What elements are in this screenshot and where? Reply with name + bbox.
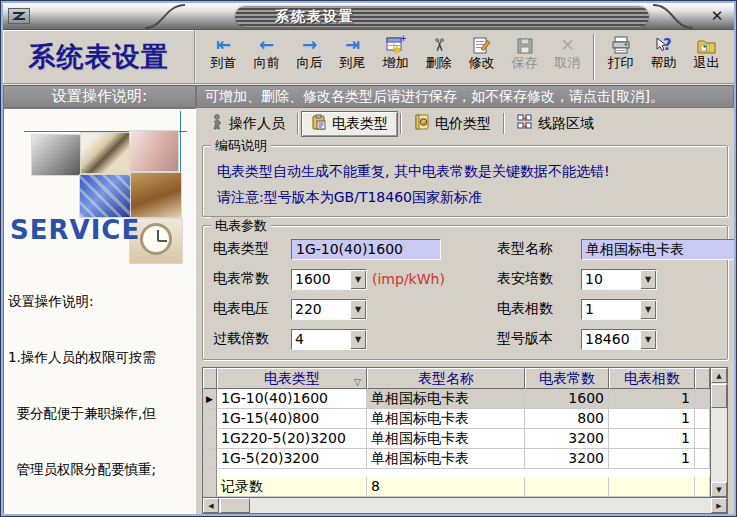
cell-constant[interactable]: 1600 bbox=[525, 389, 609, 409]
cell-constant[interactable]: 800 bbox=[525, 409, 609, 429]
scrollbar-thumb[interactable] bbox=[220, 498, 250, 513]
toolbar-button-label: 退出 bbox=[694, 55, 720, 70]
tab-label: 线路区域 bbox=[538, 115, 594, 133]
cell-meter-type[interactable]: 1G220-5(20)3200 bbox=[217, 429, 367, 449]
footer-filler bbox=[609, 477, 695, 497]
phase-select[interactable]: 1 ▼ bbox=[581, 299, 657, 320]
cell-filler bbox=[695, 449, 710, 469]
scroll-left-icon[interactable]: ◀ bbox=[203, 498, 219, 513]
toolbar-button-exit[interactable]: ↰ 退出 bbox=[685, 32, 728, 81]
horizontal-scrollbar[interactable]: ◀ ▶ bbox=[202, 498, 728, 514]
chevron-down-icon[interactable]: ▼ bbox=[640, 270, 656, 289]
meter-type-field[interactable]: 1G-10(40)1600 bbox=[291, 239, 441, 260]
scroll-up-icon[interactable]: ▲ bbox=[711, 368, 727, 383]
vertical-scrollbar[interactable]: ▲ ▼ bbox=[711, 367, 728, 498]
toolbar: ⇤ 到首 ← 向前 → 向后 ⇥ 到尾 bbox=[196, 30, 734, 83]
tab-label: 电表类型 bbox=[332, 115, 388, 133]
tab-price-type[interactable]: 电价类型 bbox=[405, 112, 500, 136]
price-book-icon bbox=[414, 114, 430, 133]
app-logo-icon bbox=[8, 8, 30, 24]
field-label: 表型名称 bbox=[497, 240, 581, 258]
toolbar-button-label: 帮助 bbox=[651, 55, 677, 70]
scroll-down-icon[interactable]: ▼ bbox=[711, 482, 727, 497]
column-header[interactable]: 电表常数 bbox=[525, 368, 609, 389]
toolbar-button-add[interactable]: + ✱ 增加 bbox=[374, 32, 417, 81]
footer-filler bbox=[525, 477, 609, 497]
table-row[interactable]: 1G-5(20)3200 单相国标电卡表 3200 1 bbox=[203, 449, 710, 469]
cell-phase[interactable]: 1 bbox=[609, 389, 695, 409]
table-row[interactable]: 1G-15(40)800 单相国标电卡表 800 1 bbox=[203, 409, 710, 429]
column-header[interactable]: 表型名称 bbox=[367, 368, 525, 389]
toolbar-button-delete[interactable]: ✂ 删除 bbox=[417, 32, 460, 81]
cell-constant[interactable]: 3200 bbox=[525, 449, 609, 469]
cell-model-name[interactable]: 单相国标电卡表 bbox=[367, 389, 525, 409]
toolbar-button-next[interactable]: → 向后 bbox=[288, 32, 331, 81]
cell-constant[interactable]: 3200 bbox=[525, 429, 609, 449]
go-next-icon: → bbox=[302, 35, 317, 55]
row-indicator bbox=[203, 429, 217, 449]
groupbox-title: 电表参数 bbox=[211, 217, 271, 235]
voltage-select[interactable]: 220 ▼ bbox=[291, 299, 367, 320]
coding-groupbox: 编码说明 电表类型自动生成不能重复, 其中电表常数是关键数据不能选错! 请注意:… bbox=[202, 145, 728, 217]
titlebar[interactable]: 系统表设置 ✕ bbox=[3, 3, 734, 30]
cell-model-name[interactable]: 单相国标电卡表 bbox=[367, 409, 525, 429]
ampere-select[interactable]: 10 ▼ bbox=[581, 269, 657, 290]
meter-constant-select[interactable]: 1600 ▼ bbox=[291, 269, 367, 290]
chevron-down-icon[interactable]: ▼ bbox=[350, 300, 366, 319]
table-row[interactable]: ▶ 1G-10(40)1600 单相国标电卡表 1600 1 bbox=[203, 389, 710, 409]
field-label: 电表电压 bbox=[213, 300, 291, 318]
toolbar-button-label: 到首 bbox=[211, 55, 237, 70]
chevron-down-icon[interactable]: ▼ bbox=[350, 330, 366, 349]
column-header[interactable]: 电表类型 ▽ bbox=[217, 368, 367, 389]
person-icon bbox=[209, 114, 224, 133]
footer-filler bbox=[695, 477, 710, 497]
overload-select[interactable]: 4 ▼ bbox=[291, 329, 367, 350]
table-row[interactable]: 1G220-5(20)3200 单相国标电卡表 3200 1 bbox=[203, 429, 710, 449]
cell-model-name[interactable]: 单相国标电卡表 bbox=[367, 449, 525, 469]
chevron-down-icon[interactable]: ▼ bbox=[640, 300, 656, 319]
instruction-line: 管理员权限分配要慎重; bbox=[8, 460, 195, 479]
svg-text:+: + bbox=[400, 35, 406, 43]
app-title-panel: 系统表设置 bbox=[3, 30, 196, 83]
titlebar-curve-left-icon bbox=[143, 3, 187, 30]
service-text: SERVICE bbox=[10, 215, 140, 245]
cell-meter-type[interactable]: 1G-10(40)1600 bbox=[217, 389, 367, 409]
cell-model-name[interactable]: 单相国标电卡表 bbox=[367, 429, 525, 449]
cell-meter-type[interactable]: 1G-15(40)800 bbox=[217, 409, 367, 429]
tab-line-area[interactable]: + + 线路区域 bbox=[508, 112, 603, 136]
toolbar-button-label: 修改 bbox=[469, 55, 495, 70]
window-frame: 系统表设置 ✕ 系统表设置 ⇤ 到首 ← 向前 → 向后 ⇥ bbox=[3, 3, 734, 514]
scroll-right-icon[interactable]: ▶ bbox=[711, 498, 727, 513]
toolbar-button-label: 打印 bbox=[608, 55, 634, 70]
tab-label: 电价类型 bbox=[435, 115, 491, 133]
cell-meter-type[interactable]: 1G-5(20)3200 bbox=[217, 449, 367, 469]
svg-text:+: + bbox=[522, 115, 528, 123]
chevron-down-icon[interactable]: ▼ bbox=[350, 270, 366, 289]
model-name-field[interactable]: 单相国标电卡表 bbox=[581, 239, 734, 260]
cell-phase[interactable]: 1 bbox=[609, 409, 695, 429]
toolbar-button-first[interactable]: ⇤ 到首 bbox=[202, 32, 245, 81]
column-header-filler bbox=[695, 368, 710, 389]
svg-text:↰: ↰ bbox=[702, 44, 709, 53]
toolbar-button-help[interactable]: ? 帮助 bbox=[642, 32, 685, 81]
toolbar-button-last[interactable]: ⇥ 到尾 bbox=[331, 32, 374, 81]
cell-phase[interactable]: 1 bbox=[609, 449, 695, 469]
collage-photo-pen bbox=[81, 133, 129, 173]
toolbar-button-edit[interactable]: 修改 bbox=[460, 32, 503, 81]
close-button[interactable]: ✕ bbox=[706, 6, 728, 26]
toolbar-button-prev[interactable]: ← 向前 bbox=[245, 32, 288, 81]
tab-operators[interactable]: 操作人员 bbox=[200, 112, 294, 136]
selected-value: 18460 bbox=[582, 330, 640, 349]
sort-indicator-icon: ▽ bbox=[354, 373, 361, 389]
column-header[interactable]: 电表相数 bbox=[609, 368, 695, 389]
toolbar-button-print[interactable]: 打印 bbox=[599, 32, 642, 81]
save-floppy-icon bbox=[516, 32, 534, 55]
tab-meter-type[interactable]: 电表类型 bbox=[302, 112, 397, 136]
version-select[interactable]: 18460 ▼ bbox=[581, 329, 657, 350]
cell-phase[interactable]: 1 bbox=[609, 429, 695, 449]
scrollbar-track[interactable] bbox=[711, 408, 727, 482]
scrollbar-track[interactable] bbox=[250, 498, 711, 513]
chevron-down-icon[interactable]: ▼ bbox=[640, 330, 656, 349]
scrollbar-thumb[interactable] bbox=[711, 384, 727, 408]
line-area-icon: + + bbox=[517, 114, 533, 133]
